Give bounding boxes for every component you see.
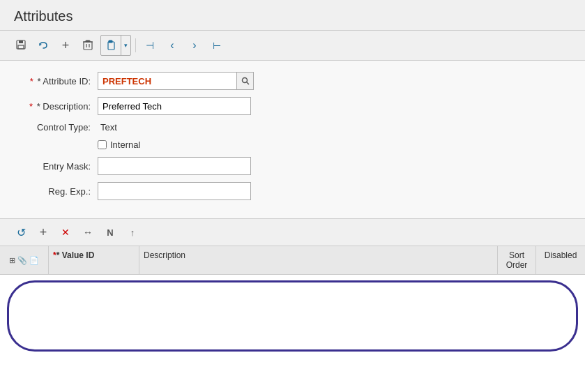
svg-rect-1 bbox=[19, 40, 23, 43]
th-icon-clip: 📎 bbox=[17, 256, 27, 265]
add-button[interactable]: + bbox=[56, 36, 75, 55]
description-label: * * Description: bbox=[14, 101, 98, 112]
svg-rect-7 bbox=[86, 40, 90, 42]
lasso-annotation bbox=[7, 280, 578, 352]
export-button[interactable]: N bbox=[100, 223, 120, 242]
th-icon-grid: ⊞ bbox=[9, 256, 15, 265]
reg-exp-row: Reg. Exp.: bbox=[14, 182, 571, 200]
svg-rect-9 bbox=[109, 40, 112, 43]
first-button[interactable]: ⊣ bbox=[140, 36, 160, 55]
reg-exp-label: Reg. Exp.: bbox=[14, 186, 98, 197]
save-button[interactable] bbox=[11, 36, 31, 55]
control-type-value: Text bbox=[98, 122, 117, 133]
undo-button[interactable] bbox=[33, 36, 53, 55]
attribute-id-input[interactable] bbox=[98, 72, 237, 90]
th-sort-order: SortOrder bbox=[498, 246, 536, 274]
refresh-button[interactable]: ↺ bbox=[11, 223, 31, 242]
col-width-button[interactable]: ↔ bbox=[78, 223, 98, 242]
svg-point-10 bbox=[242, 78, 247, 83]
svg-rect-3 bbox=[84, 42, 92, 50]
last-button[interactable]: ⊢ bbox=[207, 36, 227, 55]
th-value-id: ** Value ID bbox=[49, 246, 139, 274]
th-icons: ⊞ 📎 📄 bbox=[0, 246, 49, 274]
prev-button[interactable]: ‹ bbox=[162, 36, 182, 55]
internal-checkbox[interactable] bbox=[98, 140, 107, 149]
svg-rect-2 bbox=[18, 45, 24, 49]
next-button[interactable]: › bbox=[185, 36, 204, 55]
import-button[interactable]: ↑ bbox=[123, 223, 142, 242]
delete-row-button[interactable]: ✕ bbox=[56, 223, 75, 242]
svg-rect-8 bbox=[108, 42, 114, 50]
table-body bbox=[0, 275, 585, 359]
paste-dropdown-arrow[interactable]: ▾ bbox=[121, 36, 130, 55]
attribute-id-row: * * Attribute ID: bbox=[14, 72, 571, 90]
entry-mask-input[interactable] bbox=[98, 157, 251, 175]
description-row: * * Description: bbox=[14, 97, 571, 115]
page-container: Attributes + ▾ ⊣ ‹ › ⊢ * * bbox=[0, 0, 585, 392]
description-input[interactable] bbox=[98, 97, 251, 115]
reg-exp-input[interactable] bbox=[98, 182, 251, 200]
paste-group: ▾ bbox=[100, 35, 131, 56]
table-container: ⊞ 📎 📄 ** Value ID Description SortOrder … bbox=[0, 246, 585, 392]
paste-button[interactable] bbox=[101, 36, 121, 55]
add-row-button[interactable]: + bbox=[33, 223, 53, 242]
control-type-label: Control Type: bbox=[14, 122, 98, 133]
form-area: * * Attribute ID: * * Description: Contr… bbox=[0, 61, 585, 219]
th-icon-doc: 📄 bbox=[29, 256, 39, 265]
attribute-id-search-button[interactable] bbox=[237, 72, 254, 90]
entry-mask-row: Entry Mask: bbox=[14, 157, 571, 175]
th-disabled: Disabled bbox=[536, 246, 585, 274]
entry-mask-label: Entry Mask: bbox=[14, 161, 98, 172]
delete-button[interactable] bbox=[78, 36, 98, 55]
attribute-id-wrapper bbox=[98, 72, 254, 90]
required-star-desc: * bbox=[29, 101, 33, 112]
internal-label: Internal bbox=[110, 140, 140, 150]
required-star: * bbox=[30, 76, 33, 86]
attribute-id-label: * * Attribute ID: bbox=[14, 76, 98, 86]
th-description: Description bbox=[139, 246, 498, 274]
main-toolbar: + ▾ ⊣ ‹ › ⊢ bbox=[0, 30, 585, 61]
toolbar-separator bbox=[135, 38, 136, 52]
svg-line-11 bbox=[246, 82, 249, 85]
internal-checkbox-row: Internal bbox=[98, 140, 571, 150]
table-header: ⊞ 📎 📄 ** Value ID Description SortOrder … bbox=[0, 246, 585, 275]
sub-toolbar: ↺ + ✕ ↔ N ↑ bbox=[0, 219, 585, 246]
page-title: Attributes bbox=[0, 0, 585, 30]
control-type-row: Control Type: Text bbox=[14, 122, 571, 133]
